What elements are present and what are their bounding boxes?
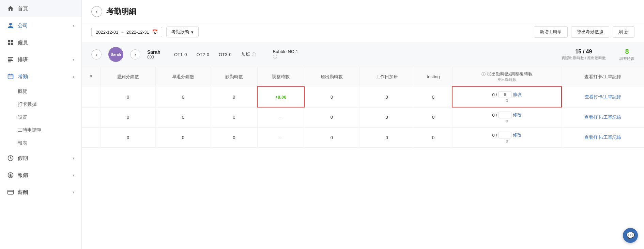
date-range-picker[interactable]: 2022-12-01 ~ 2022-12-31 📅 bbox=[91, 27, 162, 37]
overtime-info-icon: ⓘ bbox=[252, 52, 256, 57]
view-link-0[interactable]: 查看打卡/工單記錄 bbox=[585, 94, 622, 99]
edit-link-0[interactable]: 修改 bbox=[513, 92, 522, 98]
cell-absent-0: 0 bbox=[211, 87, 257, 107]
th-actual-adjust: ⓘ ①出勤時數/調整後時數 應出勤時數 bbox=[452, 67, 562, 87]
page-header: ‹ 考勤明細 bbox=[82, 0, 644, 22]
sidebar-item-label-home: 首頁 bbox=[18, 5, 75, 12]
sidebar-item-report[interactable]: 報表 bbox=[0, 137, 81, 150]
info-icon: ⓘ bbox=[481, 71, 486, 77]
salary-icon bbox=[7, 188, 14, 196]
prev-employee-button[interactable]: ‹ bbox=[91, 49, 102, 60]
cell-actual-0[interactable]: 0 / 修改 0 bbox=[452, 87, 562, 107]
svg-rect-4 bbox=[8, 57, 13, 58]
view-link-2[interactable]: 查看打卡/工單記錄 bbox=[584, 135, 621, 140]
sidebar-item-company[interactable]: 公司 ▾ bbox=[0, 17, 81, 34]
cell-testing-1: 0 bbox=[414, 107, 452, 128]
ot3-label: OT3 bbox=[219, 52, 227, 57]
adjust-input-2[interactable] bbox=[499, 132, 511, 138]
employee-icon bbox=[7, 39, 14, 46]
chat-button[interactable]: 💬 bbox=[623, 228, 638, 243]
refresh-button[interactable]: 刷 新 bbox=[613, 26, 634, 38]
adjust-label: 調整時數 bbox=[619, 56, 634, 61]
cell-action-1[interactable]: 查看打卡/工單記錄 bbox=[562, 107, 644, 128]
sidebar-item-shift[interactable]: 排班 ▾ bbox=[0, 51, 81, 68]
th-action: 查看打卡/工單記錄 bbox=[562, 67, 644, 87]
adjust-input-1[interactable] bbox=[499, 112, 511, 118]
cell-b-1 bbox=[82, 107, 101, 128]
date-end: 2022-12-31 bbox=[126, 30, 149, 35]
cell-workday-ot-0: 0 bbox=[359, 87, 414, 107]
cell-required-0: 0 bbox=[304, 87, 359, 107]
sidebar-item-timesheet[interactable]: 工時申請單 bbox=[0, 124, 81, 137]
employee-card: ‹ Sarah › Sarah 003 OT1 0 OT2 0 OT3 0 加班… bbox=[82, 42, 644, 67]
sidebar-item-expense[interactable]: 報銷 ▾ bbox=[0, 167, 81, 184]
toolbar-right: 新增工時單 導出考勤數據 刷 新 bbox=[534, 26, 634, 38]
cell-actual-2[interactable]: 0 / 修改 0 bbox=[452, 128, 562, 148]
sidebar-item-label-shift: 排班 bbox=[18, 56, 69, 63]
th-late: 遲到分鐘數 bbox=[101, 67, 156, 87]
leave-icon bbox=[7, 154, 14, 162]
attendance-arrow-icon: ▴ bbox=[73, 74, 75, 79]
ot1-label: OT1 bbox=[174, 52, 183, 57]
add-timesheet-button[interactable]: 新增工時單 bbox=[534, 26, 568, 38]
cell-action-2[interactable]: 查看打卡/工單記錄 bbox=[562, 128, 644, 148]
cell-workday-ot-1: 0 bbox=[359, 107, 414, 128]
sidebar-item-overview[interactable]: 概覽 bbox=[0, 85, 81, 98]
cell-b-0 bbox=[82, 87, 101, 107]
ot2-value: 0 bbox=[207, 52, 209, 57]
cell-workday-ot-2: 0 bbox=[359, 128, 414, 148]
cell-late-1: 0 bbox=[101, 107, 156, 128]
svg-rect-0 bbox=[8, 40, 11, 43]
adjust-value: 8 bbox=[619, 48, 634, 55]
back-button[interactable]: ‹ bbox=[91, 6, 102, 17]
attendance-fraction: 15 / 49 bbox=[562, 49, 606, 55]
actual-sub-1: 0 bbox=[506, 119, 508, 123]
sidebar-item-salary[interactable]: 薪酬 ▾ bbox=[0, 184, 81, 201]
status-dropdown[interactable]: 考勤狀態 ▾ bbox=[166, 27, 199, 37]
sidebar-item-punch[interactable]: 打卡數據 bbox=[0, 98, 81, 111]
th-adjust: 調整時數 bbox=[257, 67, 304, 87]
sidebar-item-employee[interactable]: 僱員 bbox=[0, 34, 81, 51]
th-early: 早退分鐘數 bbox=[155, 67, 211, 87]
status-chevron-icon: ▾ bbox=[191, 30, 194, 35]
expense-arrow-icon: ▾ bbox=[73, 173, 75, 178]
bubble-section: Bubble NO.1 ⓘ bbox=[273, 49, 298, 60]
adjust-block: 8 調整時數 bbox=[619, 48, 634, 61]
cell-actual-1[interactable]: 0 / 修改 0 bbox=[452, 107, 562, 128]
company-icon bbox=[7, 22, 14, 29]
ot2-stat: OT2 0 bbox=[196, 51, 209, 57]
summary-right: 15 / 49 實際出勤時數 / 應出勤時數 8 調整時數 bbox=[562, 48, 634, 61]
salary-arrow-icon: ▾ bbox=[73, 190, 75, 195]
svg-rect-2 bbox=[8, 43, 11, 45]
cell-late-0: 0 bbox=[101, 87, 156, 107]
ot-stats: OT1 0 OT2 0 OT3 0 加班 ⓘ bbox=[174, 51, 256, 57]
sidebar-item-leave[interactable]: 假期 ▾ bbox=[0, 150, 81, 167]
svg-rect-11 bbox=[8, 190, 14, 194]
edit-link-1[interactable]: 修改 bbox=[513, 112, 522, 118]
cell-action-0[interactable]: 查看打卡/工單記錄 bbox=[562, 87, 644, 107]
table-row: 000+8.00000 0 / 修改 0 查看打卡/工單記錄 bbox=[82, 87, 644, 107]
shift-icon bbox=[7, 56, 14, 63]
bubble-info-icon: ⓘ bbox=[273, 54, 298, 60]
ot1-value: 0 bbox=[184, 52, 187, 57]
sidebar-item-attendance[interactable]: 考勤 ▴ bbox=[0, 68, 81, 85]
cell-adjust-2: - bbox=[257, 128, 304, 148]
edit-link-2[interactable]: 修改 bbox=[513, 132, 522, 138]
sidebar-item-home[interactable]: 首頁 bbox=[0, 0, 81, 17]
next-employee-button[interactable]: › bbox=[130, 49, 140, 60]
cell-testing-2: 0 bbox=[414, 128, 452, 148]
cell-early-2: 0 bbox=[155, 128, 211, 148]
expense-icon bbox=[7, 171, 14, 179]
cell-adjust-0: +8.00 bbox=[257, 87, 304, 107]
svg-rect-5 bbox=[8, 59, 12, 60]
attendance-icon bbox=[7, 73, 14, 80]
overtime-stat: 加班 ⓘ bbox=[241, 51, 256, 57]
svg-rect-3 bbox=[11, 43, 13, 45]
sidebar-item-settings[interactable]: 設置 bbox=[0, 111, 81, 124]
adjust-input-0[interactable] bbox=[499, 91, 511, 98]
view-link-1[interactable]: 查看打卡/工單記錄 bbox=[584, 115, 621, 120]
cell-late-2: 0 bbox=[101, 128, 156, 148]
leave-arrow-icon: ▾ bbox=[73, 156, 75, 161]
th-absent: 缺勤時數 bbox=[211, 67, 257, 87]
export-button[interactable]: 導出考勤數據 bbox=[571, 26, 609, 38]
